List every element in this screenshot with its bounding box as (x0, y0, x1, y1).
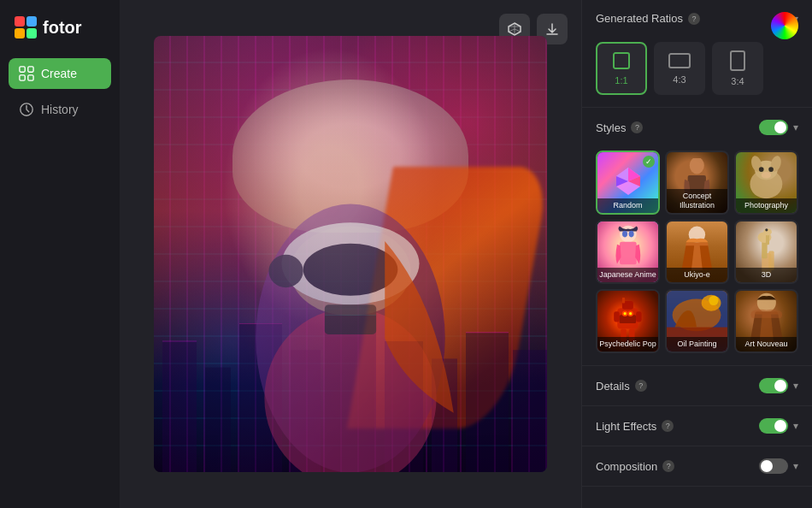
style-thumb-photography: Photography (736, 152, 797, 213)
ratio-4-3[interactable]: 4:3 (654, 42, 705, 95)
svg-line-12 (509, 29, 515, 32)
svg-rect-67 (636, 311, 641, 322)
style-name-ukiyo: Ukiyo-e (667, 268, 727, 282)
svg-point-32 (303, 243, 398, 295)
figure-svg (213, 189, 488, 473)
style-item-3d[interactable]: 3D (734, 220, 798, 284)
svg-rect-4 (20, 67, 25, 72)
light-effects-controls: ▾ (759, 418, 798, 434)
square-icon (612, 51, 631, 70)
details-toggle[interactable] (759, 378, 788, 393)
ratio-3-4[interactable]: 3:4 (712, 42, 763, 95)
svg-rect-76 (622, 298, 625, 303)
sidebar: fotor Create History (0, 0, 120, 508)
generated-ratios-title: Generated Ratios ? (596, 12, 700, 25)
anime-figure-icon (607, 225, 650, 274)
main-canvas (120, 0, 581, 508)
sidebar-history-label: History (41, 103, 79, 116)
svg-point-72 (629, 312, 632, 315)
svg-point-33 (268, 254, 303, 286)
svg-point-52 (620, 225, 637, 242)
styles-question: ? (631, 121, 643, 133)
composition-header[interactable]: Composition ? ▾ (582, 446, 812, 486)
style-name-photography: Photography (736, 198, 797, 213)
light-effects-toggle[interactable] (759, 418, 788, 434)
sidebar-item-create[interactable]: Create (9, 58, 111, 89)
svg-rect-53 (620, 241, 637, 264)
grid-icon (19, 66, 34, 81)
light-effects-label: Light Effects (596, 420, 656, 433)
ratio-1-1-label: 1:1 (615, 75, 627, 86)
style-item-ukiyo[interactable]: Ukiyo-e (665, 220, 729, 284)
svg-rect-7 (28, 75, 33, 80)
svg-point-54 (622, 230, 627, 237)
style-thumb-artnouveau: Art Nouveau (736, 291, 797, 351)
history-icon (19, 102, 34, 117)
ai-image-background (154, 36, 547, 472)
ratio-4-3-icon (668, 52, 691, 71)
section-details: Details ? ▾ (582, 366, 812, 406)
style-name-3d: 3D (736, 268, 797, 282)
logo: fotor (9, 12, 111, 43)
styles-header[interactable]: Styles ? ▾ (582, 108, 812, 147)
ratio-1-1[interactable]: 1:1 (596, 42, 647, 95)
style-thumb-psychedelic: Psychedelic Pop (597, 291, 658, 351)
portrait-icon (730, 50, 745, 71)
svg-rect-0 (15, 16, 25, 27)
svg-rect-1 (26, 16, 37, 27)
ratio-buttons: 1:1 4:3 3:4 (582, 37, 812, 107)
svg-rect-66 (614, 311, 619, 322)
style-item-artnouveau[interactable]: Art Nouveau (734, 289, 798, 353)
style-name-random: Random (597, 198, 658, 213)
cube-icon (507, 21, 522, 37)
details-header[interactable]: Details ? ▾ (582, 366, 812, 405)
svg-rect-23 (513, 350, 547, 472)
svg-point-51 (762, 171, 771, 178)
style-item-psychedelic[interactable]: Psychedelic Pop (596, 289, 660, 353)
section-composition: Composition ? ▾ (582, 446, 812, 487)
composition-toggle[interactable] (759, 458, 788, 474)
styles-controls: ▾ (759, 120, 798, 135)
right-panel: Generated Ratios ? ▾ 1:1 4 (581, 0, 812, 508)
fotor-logo-icon (14, 15, 38, 39)
style-thumb-anime: Japanese Anime (597, 222, 658, 282)
svg-rect-37 (731, 51, 744, 70)
style-item-anime[interactable]: Japanese Anime (596, 220, 660, 284)
svg-point-81 (709, 296, 718, 305)
style-thumb-random: ✓ Random (597, 152, 658, 213)
style-name-oil: Oil Painting (667, 337, 727, 351)
light-effects-header[interactable]: Light Effects ? ▾ (582, 406, 812, 446)
svg-rect-15 (162, 341, 197, 472)
svg-point-50 (768, 167, 774, 172)
svg-point-55 (628, 230, 633, 237)
random-gem-icon (611, 164, 645, 198)
svg-point-63 (765, 229, 768, 232)
sidebar-item-history[interactable]: History (9, 94, 111, 125)
composition-label: Composition (596, 460, 657, 473)
style-item-oil[interactable]: Oil Painting (665, 289, 729, 353)
styles-label: Styles (596, 121, 626, 134)
ukiyo-figure-icon (673, 225, 721, 274)
svg-rect-2 (15, 28, 25, 38)
details-title: Details ? (596, 380, 647, 393)
psychedelic-robot-icon (603, 294, 652, 343)
style-item-random[interactable]: ✓ Random (596, 151, 660, 215)
styles-toggle[interactable] (759, 120, 788, 135)
photo-dog-icon (742, 156, 791, 204)
details-controls: ▾ (759, 378, 798, 393)
style-name-artnouveau: Art Nouveau (736, 337, 797, 351)
style-item-concept[interactable]: Concept Illustration (665, 151, 729, 215)
styles-title: Styles ? (596, 121, 643, 134)
style-item-photography[interactable]: Photography (734, 151, 798, 215)
styles-chevron: ▾ (793, 121, 798, 133)
landscape-icon (668, 52, 691, 69)
svg-line-13 (515, 29, 521, 32)
svg-rect-68 (620, 315, 636, 323)
profile-icon[interactable] (771, 12, 798, 39)
details-question: ? (635, 380, 647, 392)
style-name-psychedelic: Psychedelic Pop (597, 337, 658, 351)
ratio-3-4-label: 3:4 (731, 76, 744, 86)
svg-point-71 (624, 312, 627, 315)
light-effects-title: Light Effects ? (596, 420, 674, 433)
svg-point-49 (759, 167, 764, 172)
